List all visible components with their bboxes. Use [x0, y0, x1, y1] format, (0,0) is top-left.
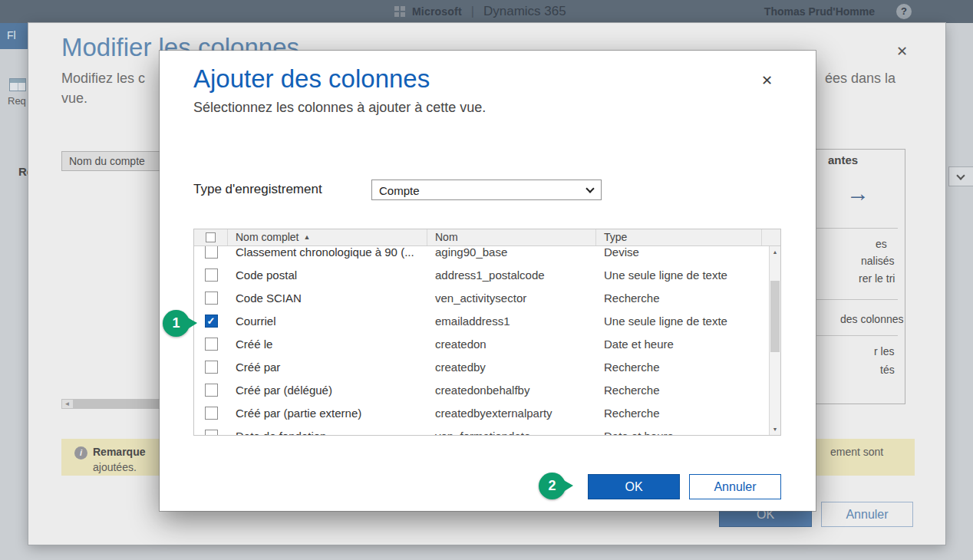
- sort-ascending-icon: ▲: [303, 233, 310, 241]
- note-text-fragment-right: ement sont: [830, 446, 883, 458]
- header-filler: [762, 229, 780, 245]
- cell-full-name: Créé le: [228, 338, 427, 351]
- columns-table: Nom complet▲ Nom Type Classement chronol…: [193, 229, 781, 436]
- product-name: Dynamics 365: [483, 4, 566, 19]
- file-tab[interactable]: Fl: [0, 23, 28, 49]
- move-right-arrow-icon[interactable]: →: [846, 180, 869, 206]
- cell-type: Recherche: [596, 384, 762, 397]
- scrollbar-thumb[interactable]: [770, 281, 780, 352]
- modify-columns-desc-left: Modifiez les c: [61, 71, 145, 87]
- record-type-select[interactable]: Compte: [371, 180, 602, 200]
- row-checkbox[interactable]: [205, 430, 218, 436]
- cell-full-name: Créé par (partie externe): [228, 407, 427, 420]
- note-label: Remarque: [93, 446, 145, 458]
- close-icon[interactable]: ✕: [896, 43, 908, 60]
- user-name[interactable]: Thomas Prud'Homme: [764, 5, 875, 18]
- cell-name: createdon: [427, 338, 596, 351]
- cell-name: aging90_base: [427, 246, 596, 259]
- query-table-icon: [9, 78, 26, 91]
- common-tasks-item-fragment[interactable]: es: [876, 238, 887, 250]
- help-icon[interactable]: ?: [896, 4, 912, 19]
- info-icon: i: [74, 446, 87, 460]
- cell-type: Date et heure: [596, 338, 762, 351]
- row-checkbox[interactable]: [205, 338, 218, 351]
- cell-full-name: Code postal: [228, 268, 427, 282]
- annotation-step-1: 1: [163, 310, 190, 337]
- header-full-name[interactable]: Nom complet▲: [228, 229, 427, 245]
- close-icon[interactable]: ✕: [761, 72, 773, 89]
- cell-type: Recherche: [596, 361, 762, 374]
- table-row[interactable]: ✓Courrielemailaddress1Une seule ligne de…: [194, 309, 769, 332]
- cell-name: address1_postalcode: [427, 268, 596, 282]
- row-checkbox[interactable]: [205, 361, 218, 374]
- table-row[interactable]: Date de fondationven_formationdateDate e…: [194, 424, 769, 435]
- add-columns-subtitle: Sélectionnez les colonnes à ajouter à ce…: [193, 100, 486, 116]
- scrollbar-thumb[interactable]: [73, 400, 159, 408]
- row-checkbox[interactable]: [205, 292, 218, 305]
- cell-type: Date et heure: [596, 430, 762, 436]
- scroll-left-icon[interactable]: ◄: [62, 400, 72, 408]
- table-row[interactable]: Code SCIANven_activitysectorRecherche: [194, 286, 769, 309]
- table-row[interactable]: Créé par (délégué)createdonbehalfbyReche…: [194, 378, 769, 401]
- row-checkbox[interactable]: [205, 268, 218, 282]
- select-all-header: [194, 229, 228, 245]
- cell-name: ven_formationdate: [427, 430, 596, 436]
- cell-full-name: Classement chronologique à 90 (...: [228, 246, 427, 259]
- add-columns-dialog: Ajouter des colonnes ✕ Sélectionnez les …: [160, 51, 816, 511]
- add-columns-title: Ajouter des colonnes: [193, 63, 430, 95]
- cell-full-name: Créé par: [228, 361, 427, 374]
- modify-columns-desc-right: ées dans la: [825, 71, 895, 87]
- row-checkbox[interactable]: [205, 407, 218, 420]
- common-tasks-item-fragment[interactable]: tés: [880, 364, 895, 376]
- common-tasks-item-fragment[interactable]: nalisés: [861, 255, 895, 267]
- screen: Microsoft | Dynamics 365 Thomas Prud'Hom…: [0, 0, 973, 560]
- chevron-down-icon: [956, 171, 965, 180]
- table-row[interactable]: Créé par (partie externe)createdbyextern…: [194, 401, 769, 424]
- row-checkbox[interactable]: [205, 384, 218, 397]
- table-row[interactable]: Code postaladdress1_postalcodeUne seule …: [194, 263, 769, 286]
- common-tasks-item-fragment[interactable]: des colonnes: [840, 313, 904, 325]
- back-cancel-button[interactable]: Annuler: [821, 502, 913, 527]
- table-row[interactable]: Créé parcreatedbyRecherche: [194, 355, 769, 378]
- columns-table-body: Classement chronologique à 90 (...aging9…: [194, 246, 769, 435]
- cell-type: Une seule ligne de texte: [596, 268, 762, 282]
- table-row[interactable]: Classement chronologique à 90 (...aging9…: [194, 246, 769, 263]
- cell-name: createdbyexternalparty: [427, 407, 596, 420]
- microsoft-logo-icon: [394, 6, 405, 17]
- cell-full-name: Créé par (délégué): [228, 384, 427, 397]
- annotation-step-2: 2: [539, 473, 566, 499]
- ribbon-button-label[interactable]: Req: [8, 95, 26, 107]
- cell-name: createdonbehalfby: [427, 384, 596, 397]
- columns-table-header: Nom complet▲ Nom Type: [194, 229, 780, 246]
- scroll-down-icon[interactable]: ▼: [770, 423, 780, 435]
- microsoft-wordmark: Microsoft: [412, 5, 462, 18]
- header-type[interactable]: Type: [596, 229, 762, 245]
- modify-columns-desc-line2: vue.: [61, 91, 87, 107]
- cell-name: emailaddress1: [427, 315, 596, 328]
- scroll-up-icon[interactable]: ▲: [770, 246, 780, 258]
- select-all-checkbox[interactable]: [206, 232, 216, 242]
- cancel-button[interactable]: Annuler: [689, 474, 781, 499]
- cell-type: Une seule ligne de texte: [596, 315, 762, 328]
- panel-separator: [816, 228, 898, 229]
- note-text-fragment: ajoutées.: [93, 461, 137, 473]
- chevron-down-icon: [585, 184, 594, 193]
- brand-divider: |: [471, 5, 474, 18]
- common-tasks-item-fragment[interactable]: rer le tri: [859, 272, 895, 285]
- common-tasks-title-fragment: antes: [828, 153, 858, 166]
- cell-full-name: Courriel: [228, 315, 427, 328]
- view-selector-dropdown[interactable]: [948, 166, 973, 186]
- table-row[interactable]: Créé lecreatedonDate et heure: [194, 332, 769, 355]
- header-name[interactable]: Nom: [427, 229, 596, 245]
- vertical-scrollbar[interactable]: ▲ ▼: [769, 246, 780, 435]
- panel-separator: [816, 335, 898, 336]
- cell-type: Recherche: [596, 407, 762, 420]
- cell-full-name: Code SCIAN: [228, 292, 427, 305]
- common-tasks-item-fragment[interactable]: r les: [874, 345, 894, 357]
- cell-type: Devise: [596, 246, 762, 259]
- ok-button[interactable]: OK: [588, 474, 680, 499]
- panel-separator: [816, 299, 898, 300]
- row-checkbox[interactable]: [205, 246, 218, 259]
- row-checkbox-checked[interactable]: ✓: [205, 315, 218, 328]
- cell-full-name: Date de fondation: [228, 430, 427, 436]
